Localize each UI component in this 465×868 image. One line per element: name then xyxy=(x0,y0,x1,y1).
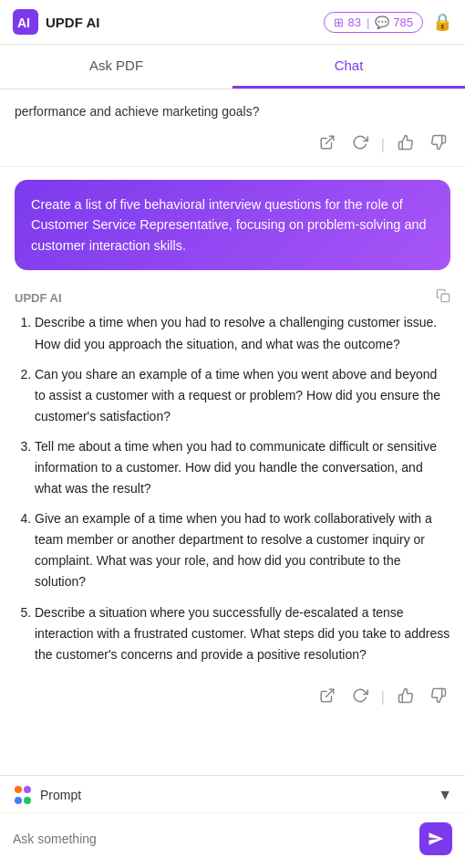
svg-text:AI: AI xyxy=(17,16,30,30)
ai-thumbs-up-button[interactable] xyxy=(394,685,418,710)
logo-area: AI UPDF AI xyxy=(13,9,99,35)
svg-rect-3 xyxy=(441,294,450,302)
svg-line-2 xyxy=(326,136,333,143)
list-item: Tell me about a time when you had to com… xyxy=(35,436,450,499)
app-header: AI UPDF AI ⊞ 83 | 💬 785 🔒 xyxy=(0,0,465,45)
ai-response-section: UPDF AI Describe a time when you had to … xyxy=(0,279,465,715)
chat-bubble-icon: 💬 xyxy=(375,16,389,29)
tab-bar: Ask PDF Chat xyxy=(0,45,465,89)
lock-icon[interactable]: 🔒 xyxy=(432,12,452,32)
token-count-segment: ⊞ 83 xyxy=(334,16,360,29)
user-message-bubble: Create a list of five behavioral intervi… xyxy=(15,180,450,270)
thumbs-down-button[interactable] xyxy=(427,132,450,157)
list-item: Describe a situation where you successfu… xyxy=(35,602,450,665)
tab-chat[interactable]: Chat xyxy=(232,45,465,89)
prompt-label: Prompt xyxy=(40,788,81,802)
thumbs-up-button[interactable] xyxy=(394,132,418,157)
dot-orange xyxy=(15,786,22,793)
ai-open-external-button[interactable] xyxy=(315,685,339,710)
ai-label: UPDF AI xyxy=(15,291,62,305)
chat-input[interactable] xyxy=(13,831,412,846)
token-count: 83 xyxy=(347,16,360,29)
ai-action-separator: | xyxy=(381,689,385,706)
list-item: Describe a time when you had to resolve … xyxy=(35,312,450,354)
prompt-row[interactable]: Prompt ▼ xyxy=(0,776,465,813)
prompt-left: Prompt xyxy=(13,785,81,805)
header-right: ⊞ 83 | 💬 785 🔒 xyxy=(324,12,452,33)
input-row xyxy=(0,813,465,868)
prev-message-text: performance and achieve marketing goals? xyxy=(0,89,465,129)
chat-count-segment: 💬 785 xyxy=(375,16,413,29)
list-item: Give an example of a time when you had t… xyxy=(35,508,450,592)
action-separator: | xyxy=(381,137,385,153)
prompt-dots-icon xyxy=(13,785,33,805)
svg-line-4 xyxy=(326,689,333,696)
send-button[interactable] xyxy=(419,822,452,855)
prev-message-actions: | xyxy=(0,129,465,167)
ai-label-row: UPDF AI xyxy=(15,279,450,312)
token-icon: ⊞ xyxy=(334,16,344,29)
token-badge[interactable]: ⊞ 83 | 💬 785 xyxy=(324,12,423,33)
chat-count: 785 xyxy=(393,16,413,29)
ai-action-bar: | xyxy=(15,675,450,716)
open-external-button[interactable] xyxy=(315,132,339,157)
chat-area: performance and achieve marketing goals?… xyxy=(0,89,465,775)
ai-thumbs-down-button[interactable] xyxy=(427,685,450,710)
ai-content: Describe a time when you had to resolve … xyxy=(15,312,450,664)
dot-purple xyxy=(24,786,31,793)
bottom-bar: Prompt ▼ xyxy=(0,775,465,868)
chevron-down-icon: ▼ xyxy=(438,787,452,803)
send-icon xyxy=(428,831,444,847)
ai-regenerate-button[interactable] xyxy=(348,685,372,710)
dot-green xyxy=(24,797,31,804)
logo-text: UPDF AI xyxy=(46,15,99,30)
badge-divider: | xyxy=(367,16,369,29)
copy-button[interactable] xyxy=(436,288,450,307)
list-item: Can you share an example of a time when … xyxy=(35,364,450,427)
updf-logo-icon: AI xyxy=(13,9,38,35)
tab-ask-pdf[interactable]: Ask PDF xyxy=(0,45,232,89)
regenerate-button[interactable] xyxy=(348,132,372,157)
dot-blue xyxy=(15,797,22,804)
